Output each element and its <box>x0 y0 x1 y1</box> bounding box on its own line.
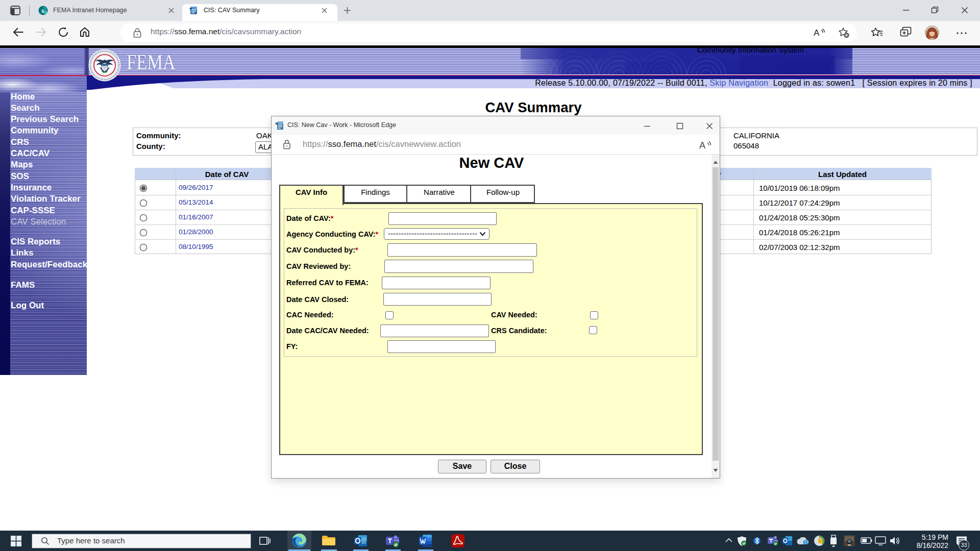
svg-text:A: A <box>814 28 820 38</box>
svg-text:A: A <box>699 140 705 151</box>
svg-text:s: s <box>41 8 44 14</box>
